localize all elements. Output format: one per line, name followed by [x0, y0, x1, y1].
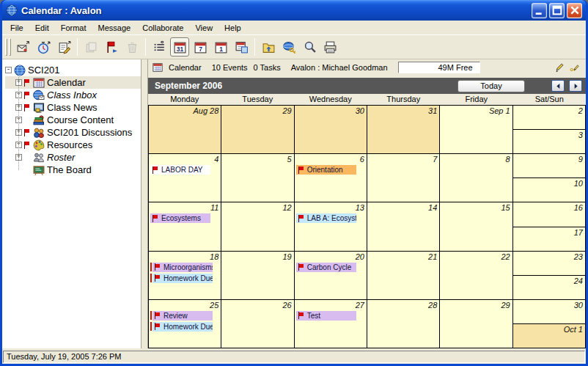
multi-week-view-button[interactable]: [232, 37, 251, 56]
day-number: 8: [506, 155, 510, 164]
menu-collaborate[interactable]: Collaborate: [136, 21, 189, 34]
new-event-button[interactable]: [34, 37, 53, 56]
new-task-button[interactable]: [54, 37, 73, 56]
menu-help[interactable]: Help: [218, 21, 247, 34]
event-chip[interactable]: Homework Due: [152, 322, 213, 332]
event-chip[interactable]: LAB A: Ecosyst: [296, 213, 356, 223]
day-cell-19[interactable]: 19: [221, 252, 294, 300]
event-chip[interactable]: Ecosystems: [150, 213, 210, 223]
day-cell-29[interactable]: 29: [221, 106, 294, 154]
toolbar-grip[interactable]: [5, 38, 7, 56]
next-month-button[interactable]: [569, 80, 582, 92]
menu-edit[interactable]: Edit: [29, 21, 55, 34]
day-cell-17[interactable]: 17: [513, 227, 585, 251]
flag-button[interactable]: [102, 37, 121, 56]
day-events: Ecosystems: [149, 213, 221, 223]
day-cell-31[interactable]: 31: [367, 106, 440, 154]
event-chip[interactable]: Review: [152, 311, 213, 321]
week-row: 18 Microorganisms Homework Due 19 20 Car…: [149, 252, 586, 300]
day-cell-3[interactable]: 3: [513, 130, 585, 153]
day-cell-5[interactable]: 5: [221, 154, 294, 202]
month-view-button[interactable]: 31: [170, 37, 189, 56]
day-cell-6[interactable]: 6 Orientation: [295, 154, 367, 202]
key-pencil-icon[interactable]: [570, 62, 580, 73]
tree-item-sci201-discussions[interactable]: + SCI201 Discussions: [5, 126, 141, 139]
event-chip[interactable]: Microorganisms: [152, 263, 213, 272]
day-cell-22[interactable]: 22: [440, 252, 512, 300]
day-cell-2[interactable]: 2: [513, 106, 585, 130]
new-message-button[interactable]: [13, 37, 32, 56]
event-chip[interactable]: LABOR DAY: [150, 165, 210, 175]
unread-bar-icon: [150, 274, 152, 282]
event-chip[interactable]: Orientation: [296, 165, 356, 175]
toolbar-grip[interactable]: [9, 38, 11, 56]
panel-splitter[interactable]: [142, 59, 148, 348]
day-cell-11[interactable]: 11 Ecosystems: [149, 202, 221, 251]
day-cell-sep-1[interactable]: Sep 1: [440, 106, 512, 154]
today-button[interactable]: Today: [457, 80, 525, 92]
day-cell-24[interactable]: 24: [513, 276, 585, 299]
maximize-button[interactable]: [549, 3, 565, 18]
tree-item-course-content[interactable]: + Course Content: [5, 114, 141, 126]
discussion-icon: [33, 127, 45, 139]
day-cell-aug-28[interactable]: Aug 28: [149, 106, 221, 154]
collapse-icon[interactable]: -: [5, 67, 12, 73]
menu-file[interactable]: File: [4, 21, 29, 34]
event-chip[interactable]: Homework Due: [152, 274, 213, 283]
day-cell-oct-1[interactable]: Oct 1: [513, 324, 585, 348]
day-cell-25[interactable]: 25 Review Homework Due: [149, 300, 221, 348]
minimize-button[interactable]: [532, 3, 547, 18]
day-cell-14[interactable]: 14: [367, 202, 440, 251]
tasks-count: 0 Tasks: [254, 63, 281, 72]
day-cell-30[interactable]: 30: [513, 300, 585, 324]
day-cell-12[interactable]: 12: [221, 202, 294, 251]
flag-icon: [105, 40, 119, 54]
day-cell-8[interactable]: 8: [440, 154, 512, 202]
tree-item-class-inbox[interactable]: + Class Inbox: [5, 89, 141, 101]
folder-up-button[interactable]: [259, 37, 278, 56]
close-button[interactable]: [567, 3, 582, 18]
day-cell-23[interactable]: 23: [513, 252, 585, 276]
tree-item-resources[interactable]: + Resources: [5, 139, 141, 151]
event-chip[interactable]: Test: [296, 311, 356, 321]
tree-item-the-board[interactable]: + The Board: [5, 164, 141, 176]
day-cell-28[interactable]: 28: [367, 300, 440, 348]
flag-slot: [24, 79, 31, 87]
tree-item-class-news[interactable]: + Class News: [5, 101, 141, 114]
day-cell-15[interactable]: 15: [440, 202, 512, 251]
prev-month-button[interactable]: [551, 80, 565, 92]
day-cell-4[interactable]: 4 LABOR DAY: [149, 154, 221, 202]
print-button[interactable]: [320, 37, 339, 56]
day-cell-20[interactable]: 20 Carbon Cycle: [295, 252, 367, 300]
delete-button[interactable]: [122, 37, 142, 56]
day-cell-27[interactable]: 27 Test: [295, 300, 367, 348]
flag-icon: [155, 312, 161, 319]
day-cell-18[interactable]: 18 Microorganisms Homework Due: [149, 252, 221, 300]
search-button[interactable]: [300, 37, 319, 56]
day-cell-29[interactable]: 29: [440, 300, 512, 348]
day-cell-21[interactable]: 21: [367, 252, 440, 300]
day-cell-16[interactable]: 16: [513, 202, 585, 227]
day-cell-30[interactable]: 30: [295, 106, 367, 154]
day-cell-26[interactable]: 26: [221, 300, 294, 348]
day-cell-10[interactable]: 10: [513, 178, 585, 202]
tree-item-calendar[interactable]: + Calendar: [5, 76, 141, 89]
permissions-button[interactable]: [279, 37, 298, 56]
week-view-button[interactable]: 7: [191, 37, 210, 56]
menu-view[interactable]: View: [189, 21, 218, 34]
day-cell-9[interactable]: 9: [513, 154, 585, 178]
pencil-icon[interactable]: [554, 62, 565, 73]
menu-message[interactable]: Message: [92, 21, 137, 34]
day-cell-7[interactable]: 7: [367, 154, 440, 202]
menu-format[interactable]: Format: [55, 21, 92, 34]
day-cell-13[interactable]: 13 LAB A: Ecosyst: [295, 202, 367, 251]
day-number: Sep 1: [489, 106, 510, 115]
day-number: 13: [356, 203, 364, 212]
event-chip[interactable]: Carbon Cycle: [296, 263, 356, 272]
day-view-button[interactable]: 1: [211, 37, 230, 56]
duplicate-button[interactable]: [81, 37, 100, 56]
title-bar[interactable]: Calendar : Avalon: [2, 0, 586, 21]
list-view-button[interactable]: [150, 37, 169, 56]
tree-root-sci201[interactable]: - SCI201: [5, 64, 141, 76]
tree-item-roster[interactable]: + Roster: [5, 151, 141, 164]
